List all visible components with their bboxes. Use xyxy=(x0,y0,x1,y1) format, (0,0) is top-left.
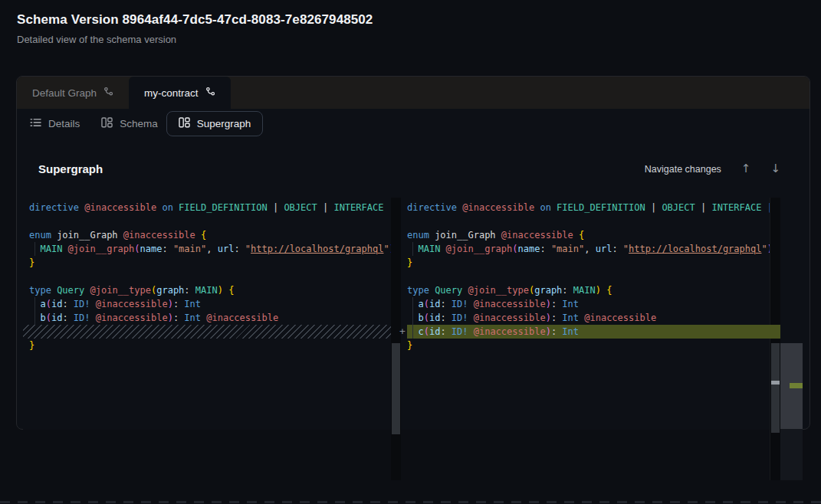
code-token: id xyxy=(51,299,62,309)
minimap[interactable] xyxy=(780,198,803,480)
modified-scrollbar[interactable] xyxy=(770,198,780,480)
code-line: type Query @join__type(graph: MAIN) { xyxy=(407,283,770,297)
code-token: @inaccessible xyxy=(123,230,201,241)
code-token: : xyxy=(162,244,172,254)
code-token: ( xyxy=(46,299,51,309)
code-token: : xyxy=(62,313,73,323)
code-token: directive xyxy=(407,202,462,213)
code-token: @inaccessible xyxy=(584,313,656,323)
code-token: { xyxy=(223,285,234,296)
panel-title: Supergraph xyxy=(38,162,103,175)
tab-my-contract[interactable]: my-contract xyxy=(129,77,231,109)
code-token: join__Graph xyxy=(435,230,501,241)
code-token: Query xyxy=(435,285,468,296)
original-scrollbar-slider[interactable] xyxy=(392,343,400,434)
code-token: name xyxy=(518,244,540,254)
added-line-overflow xyxy=(770,325,780,339)
code-token: : xyxy=(173,299,184,309)
code-token: MAIN xyxy=(573,285,596,296)
code-token: ( xyxy=(512,244,517,254)
code-token: name xyxy=(140,244,163,254)
code-token: , xyxy=(584,244,595,254)
code-token: " xyxy=(383,244,389,254)
code-token: ( xyxy=(134,244,140,254)
subtab-supergraph-label: Supergraph xyxy=(197,118,251,129)
code-token: on xyxy=(540,202,557,213)
code-token: FIELD_DEFINITION xyxy=(179,202,268,213)
code-token: a xyxy=(40,299,45,309)
fork-icon xyxy=(205,87,215,99)
code-token: ( xyxy=(424,313,429,323)
original-code-pane[interactable]: directive @inaccessible on FIELD_DEFINIT… xyxy=(23,198,391,430)
code-token: Query xyxy=(57,285,90,296)
code-token: : xyxy=(551,299,562,309)
code-token: @join__type xyxy=(468,285,528,296)
modified-scrollbar-slider[interactable] xyxy=(771,343,780,433)
code-token: graph xyxy=(534,285,562,296)
code-token: @join__type xyxy=(90,285,150,296)
code-token: http://localhost/graphql xyxy=(251,244,383,254)
code-token: | xyxy=(317,202,334,213)
page-subtitle: Detailed view of the schema version xyxy=(17,34,373,45)
code-token: { xyxy=(579,230,584,241)
bottom-dashed-edge xyxy=(0,501,821,503)
code-token: @inaccessible xyxy=(474,326,546,337)
code-token: id xyxy=(429,326,440,337)
tab-my-contract-label: my-contract xyxy=(144,87,199,99)
code-token: ) xyxy=(168,313,173,323)
navigate-changes: Navigate changes ↑ ↓ xyxy=(645,163,780,175)
modified-code-pane[interactable]: directive @inaccessible on FIELD_DEFINIT… xyxy=(401,198,770,430)
subtab-details[interactable]: Details xyxy=(30,118,80,129)
code-line: directive @inaccessible on FIELD_DEFINIT… xyxy=(29,201,391,214)
code-token: : xyxy=(440,326,451,337)
code-token: @inaccessible xyxy=(474,299,546,309)
page-title: Schema Version 8964af44-7dc5-47cd-8083-7… xyxy=(17,12,373,28)
code-line: MAIN @join__graph(name: "main", url: "ht… xyxy=(407,242,770,256)
code-token: ) xyxy=(546,299,551,309)
original-scrollbar[interactable] xyxy=(391,198,401,480)
code-token: enum xyxy=(29,230,57,241)
columns-icon xyxy=(179,117,190,130)
code-token: type xyxy=(407,285,435,296)
code-line: } xyxy=(407,339,770,352)
subtab-schema[interactable]: Schema xyxy=(101,117,158,130)
indent-guide xyxy=(412,297,413,339)
code-token: Int xyxy=(562,299,579,309)
code-token: } xyxy=(407,257,412,268)
code-token: @join__graph xyxy=(446,244,513,254)
code-token: ) xyxy=(168,299,173,309)
subtab-details-label: Details xyxy=(48,118,80,129)
code-line xyxy=(29,270,391,283)
code-token: type xyxy=(29,285,57,296)
fork-icon xyxy=(103,87,113,99)
code-token: | xyxy=(383,202,391,213)
code-token: Int xyxy=(184,299,201,309)
navigate-next-button[interactable]: ↓ xyxy=(770,163,780,175)
code-token: { xyxy=(201,230,206,241)
code-token: id xyxy=(51,313,62,323)
code-token: b xyxy=(40,313,45,323)
code-token: : xyxy=(540,244,550,254)
code-token: c xyxy=(418,326,423,337)
code-token: : xyxy=(173,313,184,323)
code-token: graph xyxy=(156,285,184,296)
code-token: : xyxy=(440,299,451,309)
code-line: type Query @join__type(graph: MAIN) { xyxy=(29,283,391,297)
code-token: @inaccessible xyxy=(96,313,168,323)
inserted-line-placeholder xyxy=(23,325,391,339)
code-token: ) xyxy=(218,285,223,296)
code-token: MAIN xyxy=(195,285,218,296)
code-token: INTERFACE xyxy=(333,202,383,213)
code-token: : xyxy=(551,326,562,337)
code-token: } xyxy=(407,340,412,351)
navigate-prev-button[interactable]: ↑ xyxy=(741,163,751,175)
tab-default-graph[interactable]: Default Graph xyxy=(17,77,129,109)
code-token: : xyxy=(234,244,245,254)
code-token: : xyxy=(562,285,573,296)
original-code: directive @inaccessible on FIELD_DEFINIT… xyxy=(23,198,391,352)
subtab-supergraph[interactable]: Supergraph xyxy=(166,111,264,136)
code-token: : xyxy=(612,244,622,254)
code-token: @inaccessible xyxy=(474,313,546,323)
code-line: enum join__Graph @inaccessible { xyxy=(29,228,391,242)
code-token: a xyxy=(418,299,423,309)
